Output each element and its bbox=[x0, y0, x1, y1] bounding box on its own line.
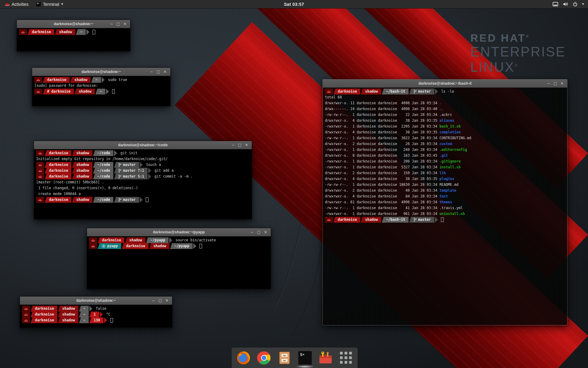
titlebar[interactable]: darknoise@shadow:~−□✕ bbox=[20, 297, 172, 305]
redhat-prompt-icon bbox=[24, 319, 28, 322]
terminal-cursor[interactable] bbox=[110, 318, 113, 323]
system-status-area[interactable] bbox=[552, 2, 588, 7]
maximize-button[interactable]: □ bbox=[552, 81, 558, 86]
volume-icon bbox=[563, 2, 568, 6]
file-name: README.md bbox=[439, 182, 458, 187]
file-name: CONTRIBUTING.md bbox=[439, 136, 471, 140]
minimize-button[interactable]: − bbox=[149, 69, 154, 75]
maximize-button[interactable]: □ bbox=[237, 142, 243, 148]
dock-app-grid-button[interactable] bbox=[339, 351, 353, 365]
prompt-segment-host: shadow bbox=[72, 168, 92, 174]
activities-button[interactable]: Activities bbox=[2, 0, 31, 8]
prompt-segment-user: darknoise bbox=[122, 243, 149, 249]
segment-arrow bbox=[104, 317, 107, 323]
terminal-output-line: [sudo] password for darknoise: bbox=[34, 83, 168, 89]
logo-linux: LINUX bbox=[470, 59, 515, 75]
terminal-cursor[interactable] bbox=[146, 197, 149, 202]
prompt-line: epyappdarknoiseshadow~/pyapp bbox=[89, 243, 269, 249]
file-name: bash_it.sh bbox=[439, 124, 461, 128]
terminal-cursor[interactable] bbox=[92, 30, 95, 34]
maximize-button[interactable]: □ bbox=[115, 21, 121, 27]
close-button[interactable]: ✕ bbox=[559, 81, 565, 86]
dock: $> bbox=[232, 347, 358, 368]
prompt-segment-path: ~ bbox=[96, 89, 105, 94]
prompt-segment-path: ~/code bbox=[93, 197, 114, 203]
terminal-content[interactable]: darknoiseshadow~ sudo true[sudo] passwor… bbox=[32, 76, 170, 106]
terminal-content[interactable]: darknoiseshadow~/pyapp source bin/activa… bbox=[87, 236, 271, 289]
close-button[interactable]: ✕ bbox=[162, 69, 168, 75]
titlebar[interactable]: darknoise@shadow:~/pyapp−□✕ bbox=[87, 228, 271, 236]
maximize-button[interactable]: □ bbox=[256, 229, 262, 235]
prompt-segment-path: ~ bbox=[79, 306, 89, 312]
logo-enterprise: ENTERPRISE bbox=[470, 44, 566, 59]
prompt-segment-git: master S:1 bbox=[114, 174, 147, 179]
file-cabinet-icon bbox=[278, 351, 291, 365]
ls-row: drwxrwxr-x. 11 darknoise darknoise 4096 … bbox=[325, 100, 565, 106]
ls-row: -rw-rw-r--. 1 darknoise darknoise 18630 … bbox=[325, 182, 565, 188]
minimize-button[interactable]: − bbox=[230, 142, 236, 148]
prompt-segment-path: ~/code bbox=[93, 150, 114, 156]
git-branch-icon bbox=[118, 169, 121, 173]
app-menu-terminal[interactable]: $> Terminal bbox=[33, 0, 66, 8]
command-text: sudo true bbox=[106, 77, 127, 83]
maximize-button[interactable]: □ bbox=[156, 69, 161, 75]
git-branch-icon bbox=[118, 163, 121, 167]
logo-redhat: RED HAT bbox=[470, 32, 526, 44]
chrome-icon bbox=[257, 351, 271, 365]
window-title: darknoise@shadow:~/bash-it bbox=[323, 81, 567, 86]
ls-row: -rwxrwxr-x. 1 darknoise darknoise 5327 J… bbox=[325, 164, 565, 170]
prompt-segment-host: shadow bbox=[125, 237, 145, 243]
minimize-button[interactable]: − bbox=[109, 21, 114, 27]
prompt-line: darknoiseshadow~/codemaster ?:1 git add … bbox=[36, 168, 250, 174]
dock-chrome-icon[interactable] bbox=[257, 351, 271, 365]
terminal-content[interactable]: darknoiseshadow~ falsedarknoiseshadow~1 … bbox=[20, 305, 172, 328]
toolbox-icon bbox=[318, 351, 333, 365]
prompt-segment-path: ~/code bbox=[93, 174, 114, 179]
prompt-segment-path: ~ bbox=[91, 77, 101, 83]
segment-arrow bbox=[89, 306, 92, 312]
ls-row: drwxrwxr-x. 61 darknoise darknoise 4096 … bbox=[325, 199, 565, 205]
prompt-segment-path: ~/bash-it bbox=[382, 89, 409, 94]
prompt-segment-host: shadow bbox=[72, 162, 92, 168]
minimize-button[interactable]: − bbox=[249, 229, 255, 235]
command-text: git commit -a -m . bbox=[153, 174, 193, 179]
file-name: aliases bbox=[439, 118, 454, 123]
ls-row: drwxrwxr-x. 4 darknoise darknoise 84 Jan… bbox=[325, 194, 565, 199]
titlebar[interactable]: darknoise@shadow:~−□✕ bbox=[17, 20, 130, 28]
terminal-window-pyapp: darknoise@shadow:~/pyapp−□✕darknoiseshad… bbox=[87, 228, 271, 289]
terminal-content[interactable]: darknoiseshadow~/code git initInitialize… bbox=[34, 149, 252, 219]
close-button[interactable]: ✕ bbox=[244, 142, 249, 148]
titlebar[interactable]: darknoise@shadow:~−□✕ bbox=[32, 68, 170, 76]
prompt-segment-path: ~/pyapp bbox=[146, 237, 168, 243]
dock-toolbox-icon[interactable] bbox=[318, 351, 333, 365]
terminal-cursor[interactable] bbox=[112, 89, 115, 94]
prompt-segment-hat bbox=[22, 312, 30, 317]
terminal-cursor[interactable] bbox=[199, 244, 202, 248]
file-name: completion bbox=[439, 130, 461, 134]
minimize-button[interactable]: − bbox=[151, 298, 156, 303]
dock-files-icon[interactable] bbox=[277, 351, 292, 365]
close-button[interactable]: ✕ bbox=[263, 229, 268, 235]
prompt-segment-host: shadow bbox=[361, 89, 381, 94]
clock[interactable]: Sat 03:57 bbox=[284, 2, 304, 7]
titlebar[interactable]: darknoise@shadow:~/bash-it−□✕ bbox=[323, 79, 567, 88]
maximize-button[interactable]: □ bbox=[157, 298, 163, 303]
prompt-segment-hat bbox=[22, 317, 30, 323]
dock-firefox-icon[interactable] bbox=[236, 351, 251, 365]
minimize-button[interactable]: − bbox=[546, 81, 551, 86]
close-button[interactable]: ✕ bbox=[164, 298, 170, 303]
prompt-segment-user: # darknoise bbox=[43, 89, 74, 94]
terminal-content[interactable]: darknoiseshadow~ bbox=[17, 28, 130, 51]
prompt-segment-user: darknoise bbox=[334, 89, 360, 94]
redhat-prompt-icon bbox=[24, 313, 28, 316]
segment-arrow bbox=[114, 150, 117, 156]
close-button[interactable]: ✕ bbox=[122, 21, 128, 27]
redhat-prompt-icon bbox=[38, 152, 42, 155]
terminal-content[interactable]: darknoiseshadow~/bash-itmaster ls -latot… bbox=[323, 88, 567, 325]
dock-terminal-icon[interactable]: $> bbox=[298, 351, 312, 365]
terminal-cursor[interactable] bbox=[441, 217, 444, 222]
prompt-segment-host: shadow bbox=[72, 150, 92, 156]
titlebar[interactable]: darknoise@shadow:~/code−□✕ bbox=[34, 141, 252, 149]
prompt-segment-git: master bbox=[409, 89, 434, 94]
prompt-segment-path: ~ bbox=[79, 312, 89, 317]
